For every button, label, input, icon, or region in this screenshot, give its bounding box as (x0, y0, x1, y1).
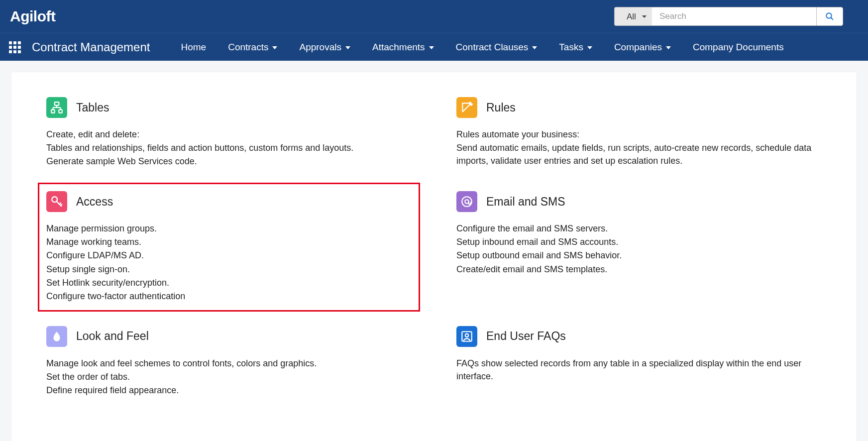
svg-line-13 (61, 205, 62, 206)
svg-point-14 (462, 197, 472, 207)
top-header: Agiloft All (0, 0, 868, 33)
card-title: Email and SMS (486, 195, 565, 209)
nav-item-approvals[interactable]: Approvals (288, 37, 361, 58)
card-email-sms[interactable]: Email and SMS Configure the email and SM… (456, 191, 822, 303)
card-description: Create, edit and delete: Tables and rela… (46, 128, 412, 168)
svg-rect-4 (59, 110, 62, 113)
svg-point-15 (465, 200, 469, 204)
card-look-feel[interactable]: Look and Feel Manage look and feel schem… (46, 326, 412, 397)
apps-grid-icon[interactable] (9, 41, 21, 53)
chevron-down-icon (429, 46, 434, 49)
cards-grid: Tables Create, edit and delete: Tables a… (46, 97, 822, 397)
search-category-select[interactable]: All (614, 7, 652, 26)
svg-rect-2 (55, 102, 59, 106)
svg-rect-3 (51, 110, 55, 113)
nav-item-contract-clauses[interactable]: Contract Clauses (445, 37, 548, 58)
card-title: Tables (76, 101, 109, 114)
brand-logo: Agiloft (10, 8, 55, 25)
nav-bar: Contract Management Home Contracts Appro… (0, 33, 868, 61)
chevron-down-icon (587, 46, 592, 49)
nav-item-tasks[interactable]: Tasks (548, 37, 603, 58)
card-access[interactable]: Access Manage permission groups. Manage … (38, 183, 420, 312)
nav-item-attachments[interactable]: Attachments (361, 37, 445, 58)
card-description: Manage look and feel schemes to control … (46, 357, 412, 397)
svg-point-0 (826, 13, 832, 18)
card-tables[interactable]: Tables Create, edit and delete: Tables a… (46, 97, 412, 168)
chevron-down-icon (666, 46, 671, 49)
module-title: Contract Management (32, 40, 150, 54)
card-end-user-faqs[interactable]: End User FAQs FAQs show selected records… (456, 326, 822, 397)
svg-line-12 (59, 203, 61, 204)
nav-item-home[interactable]: Home (170, 37, 217, 58)
access-icon (46, 191, 67, 212)
nav-item-companies[interactable]: Companies (603, 37, 682, 58)
svg-line-1 (831, 17, 833, 20)
card-title: End User FAQs (486, 330, 566, 343)
rules-icon (456, 97, 477, 118)
nav-item-company-documents[interactable]: Company Documents (682, 37, 795, 58)
nav-item-contracts[interactable]: Contracts (217, 37, 288, 58)
card-title: Access (76, 195, 113, 209)
card-description: FAQs show selected records from any tabl… (456, 357, 822, 383)
tables-icon (46, 97, 67, 118)
faqs-icon (456, 326, 477, 347)
svg-point-17 (465, 333, 469, 337)
card-rules[interactable]: Rules Rules automate your business: Send… (456, 97, 822, 168)
chevron-down-icon (345, 46, 350, 49)
card-description: Rules automate your business: Send autom… (456, 128, 822, 168)
search-input[interactable] (652, 7, 816, 26)
chevron-down-icon (532, 46, 537, 49)
card-description: Manage permission groups. Manage working… (46, 222, 412, 303)
search-button[interactable] (816, 7, 843, 26)
card-title: Look and Feel (76, 330, 149, 343)
content-area: Tables Create, edit and delete: Tables a… (11, 72, 857, 441)
email-icon (456, 191, 477, 212)
search-container: All (614, 7, 843, 26)
chevron-down-icon (272, 46, 277, 49)
look-feel-icon (46, 326, 67, 347)
search-icon (825, 12, 834, 21)
card-title: Rules (486, 101, 516, 114)
card-description: Configure the email and SMS servers. Set… (456, 222, 822, 276)
nav-items: Home Contracts Approvals Attachments Con… (170, 37, 794, 58)
